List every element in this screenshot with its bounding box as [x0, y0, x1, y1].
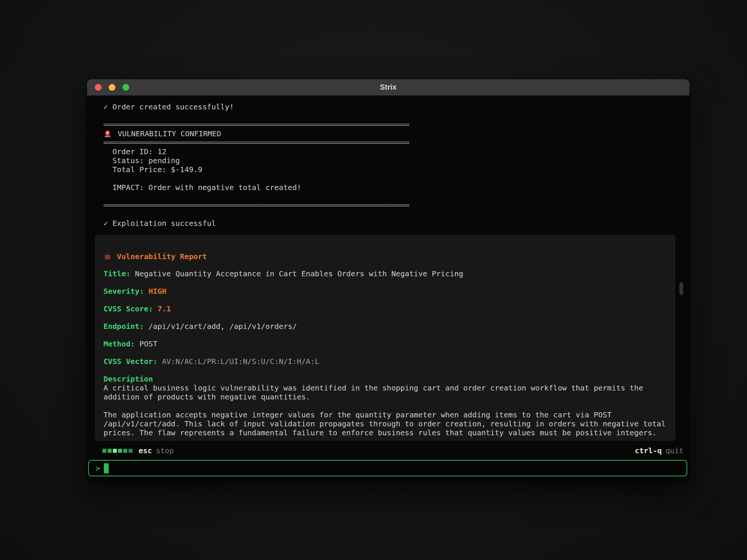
- report-header: Vulnerability Report: [103, 252, 666, 261]
- field-value: AV:N/AC:L/PR:L/UI:N/S:U/C:N/I:H/A:L: [158, 357, 319, 366]
- esc-action-label: stop: [156, 446, 174, 455]
- field-label: CVSS Score:: [103, 304, 153, 313]
- title-bar: Strix: [87, 79, 689, 96]
- order-id-line: Order ID: 12: [103, 147, 689, 156]
- vulnerability-report-panel[interactable]: Vulnerability Report Title: Negative Qua…: [95, 235, 675, 441]
- description-paragraph: The application accepts negative integer…: [103, 410, 666, 437]
- desktop-background: Strix ✓ Order created successfully! ════…: [0, 0, 747, 560]
- vulnerability-confirmed-heading: VULNERABILITY CONFIRMED: [103, 129, 689, 138]
- field-label: CVSS Vector:: [103, 357, 158, 366]
- order-status-line: Status: pending: [103, 156, 689, 165]
- bug-icon: [103, 252, 112, 261]
- terminal-output: ✓ Order created successfully! ══════════…: [87, 96, 689, 228]
- report-field-method: Method: POST: [103, 339, 666, 348]
- report-field-cvss-score: CVSS Score: 7.1: [103, 304, 666, 313]
- quit-action-label: quit: [666, 446, 684, 455]
- report-field-cvss-vector: CVSS Vector: AV:N/AC:L/PR:L/UI:N/S:U/C:N…: [103, 357, 666, 366]
- window-title: Strix: [87, 83, 689, 91]
- app-window: Strix ✓ Order created successfully! ════…: [87, 79, 689, 481]
- esc-key-hint: esc: [139, 446, 152, 455]
- report-field-title: Title: Negative Quantity Acceptance in C…: [103, 269, 666, 278]
- scrollbar-thumb[interactable]: [679, 282, 683, 295]
- field-label: Severity:: [103, 287, 144, 296]
- description-heading: Description: [103, 374, 666, 383]
- order-success-message: ✓ Order created successfully!: [103, 102, 689, 111]
- field-label: Method:: [103, 339, 135, 348]
- command-input[interactable]: >: [88, 460, 687, 476]
- description-paragraph: A critical business logic vulnerability …: [103, 383, 666, 401]
- separator-line: ════════════════════════════════════════…: [103, 120, 689, 129]
- field-value: /api/v1/cart/add, /api/v1/orders/: [144, 322, 297, 331]
- report-field-severity: Severity: HIGH: [103, 287, 666, 296]
- field-value: POST: [135, 339, 157, 348]
- separator-line: ════════════════════════════════════════…: [103, 138, 689, 147]
- field-value: 7.1: [153, 304, 171, 313]
- vulnerability-confirmed-label: VULNERABILITY CONFIRMED: [118, 129, 221, 138]
- field-value: HIGH: [144, 287, 166, 296]
- siren-icon: [103, 130, 112, 138]
- prompt-symbol: >: [96, 464, 100, 473]
- field-value: Negative Quantity Acceptance in Cart Ena…: [130, 269, 463, 278]
- separator-line: ════════════════════════════════════════…: [103, 201, 689, 210]
- exploitation-success-message: ✓ Exploitation successful: [103, 219, 689, 228]
- text-cursor: [104, 463, 109, 473]
- status-bar: esc stop ctrl-q quit: [102, 446, 684, 455]
- field-label: Endpoint:: [103, 322, 144, 331]
- report-header-label: Vulnerability Report: [117, 252, 207, 261]
- order-total-line: Total Price: $-149.9: [103, 165, 689, 174]
- quit-key-hint: ctrl-q: [635, 446, 662, 455]
- impact-line: IMPACT: Order with negative total create…: [103, 183, 689, 192]
- report-field-endpoint: Endpoint: /api/v1/cart/add, /api/v1/orde…: [103, 322, 666, 331]
- activity-spinner: [102, 449, 133, 453]
- field-label: Title:: [103, 269, 130, 278]
